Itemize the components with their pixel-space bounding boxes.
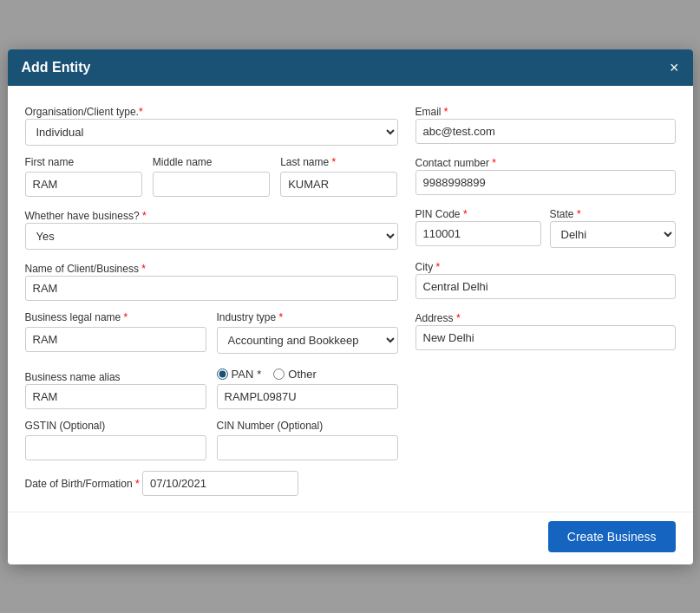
org-type-select[interactable]: Individual Company Partnership LLP [25,119,398,146]
whether-business-label: Whether have business? * [25,210,147,222]
pincode-col: PIN Code * [415,205,541,248]
address-section: Address * [415,310,676,350]
email-section: Email * [415,103,676,144]
gstin-input[interactable] [25,435,206,460]
last-name-input[interactable] [280,172,397,197]
contact-input[interactable] [415,170,676,195]
email-input[interactable] [415,119,676,144]
cin-input[interactable] [217,435,398,460]
last-name-label: Last name * [280,156,397,168]
middle-name-input[interactable] [153,172,270,197]
modal-body: Organisation/Client type.* Individual Co… [8,86,693,512]
dob-input[interactable] [142,471,298,496]
left-column: Organisation/Client type.* Individual Co… [25,103,398,503]
pan-radio-text: PAN [232,368,254,381]
address-label: Address * [415,312,461,324]
close-button[interactable]: × [670,60,679,75]
modal-header: Add Entity × [8,49,693,86]
business-legal-label: Business legal name * [25,311,206,323]
first-name-input[interactable] [25,172,142,197]
contact-label: Contact number * [415,157,496,169]
first-name-col: First name [25,156,142,197]
pincode-label: PIN Code * [415,208,468,220]
pan-radio[interactable] [217,368,228,380]
modal-title: Add Entity [22,60,91,75]
pan-col: PAN * Other [217,364,398,409]
other-radio[interactable] [273,368,285,380]
pan-radio-label[interactable]: PAN * [217,368,262,381]
middle-name-label: Middle name [153,156,270,168]
city-label: City * [415,261,441,273]
name-row: First name Middle name Last name * [25,156,398,197]
email-label: Email * [415,106,448,118]
last-name-col: Last name * [280,156,397,197]
whether-business-select[interactable]: Yes No [25,223,398,250]
create-business-button[interactable]: Create Business [548,521,676,552]
middle-name-col: Middle name [153,156,270,197]
business-alias-col: Business name alias [25,368,206,409]
industry-type-select[interactable]: Accounting and Bookkeep IT Finance Healt… [217,327,398,354]
state-label: State * [550,208,581,220]
business-alias-label: Business name alias [25,371,121,383]
cin-col: CIN Number (Optional) [217,420,398,460]
dob-label: Date of Birth/Formation * [25,478,142,490]
other-radio-text: Other [288,368,317,381]
business-legal-input[interactable] [25,327,206,352]
whether-business-section: Whether have business? * Yes No [25,207,398,250]
address-input[interactable] [415,325,676,350]
legal-industry-row: Business legal name * Industry type * Ac… [25,311,398,354]
business-alias-input[interactable] [25,384,206,409]
gstin-cin-row: GSTIN (Optional) CIN Number (Optional) [25,420,398,460]
first-name-label: First name [25,156,142,168]
modal-footer: Create Business [8,512,693,564]
cin-label: CIN Number (Optional) [217,420,398,432]
city-section: City * [415,258,676,299]
client-name-input[interactable] [25,276,398,301]
org-type-section: Organisation/Client type.* Individual Co… [25,103,398,146]
contact-section: Contact number * [415,154,676,195]
dob-section: Date of Birth/Formation * [25,471,398,496]
modal-overlay: Add Entity × Organisation/Client type.* … [0,0,700,613]
state-col: State * Delhi Mumbai Bangalore Chennai [550,205,676,248]
industry-type-col: Industry type * Accounting and Bookkeep … [217,311,398,354]
industry-type-label: Industry type * [217,311,398,323]
gstin-label: GSTIN (Optional) [25,420,206,432]
right-column: Email * Contact number * [415,103,676,503]
pan-input[interactable] [217,384,398,409]
org-type-label: Organisation/Client type.* [25,106,143,118]
gstin-col: GSTIN (Optional) [25,420,206,460]
alias-pan-row: Business name alias PAN * [25,364,398,409]
pin-state-row: PIN Code * State * Delhi Mumbai Ban [415,205,676,248]
add-entity-modal: Add Entity × Organisation/Client type.* … [8,49,693,564]
client-name-section: Name of Client/Business * [25,260,398,301]
other-radio-label[interactable]: Other [273,368,317,381]
pan-radio-group: PAN * Other [217,364,398,381]
business-legal-col: Business legal name * [25,311,206,354]
pincode-input[interactable] [415,221,541,246]
state-select[interactable]: Delhi Mumbai Bangalore Chennai [550,221,676,248]
client-name-label: Name of Client/Business * [25,263,146,275]
city-input[interactable] [415,274,676,299]
